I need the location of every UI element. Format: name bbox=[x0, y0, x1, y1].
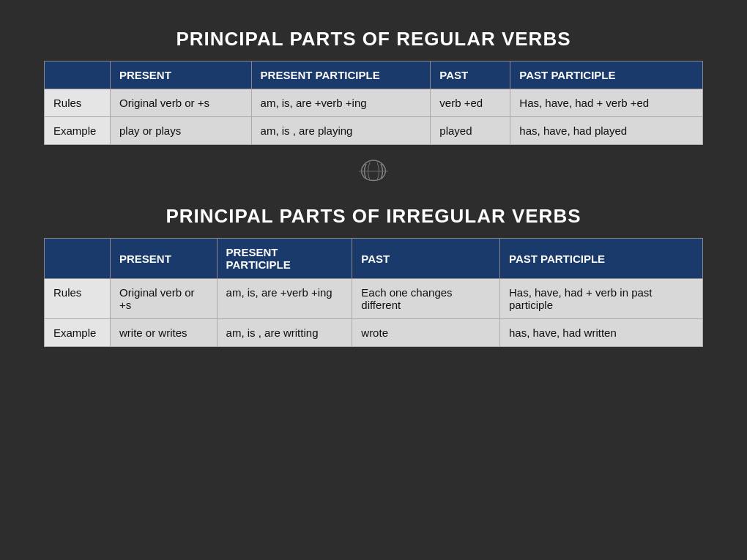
irregular-example-present-participle: am, is , are writting bbox=[217, 319, 352, 347]
regular-col-header-3: PAST bbox=[431, 61, 510, 89]
irregular-example-label: Example bbox=[45, 319, 111, 347]
irregular-col-header-4: PAST PARTICIPLE bbox=[499, 239, 702, 279]
regular-verbs-title: PRINCIPAL PARTS OF REGULAR VERBS bbox=[176, 28, 571, 51]
regular-example-present-participle: am, is , are playing bbox=[251, 117, 431, 145]
regular-col-header-0 bbox=[45, 61, 111, 89]
regular-verbs-table: PRESENT PRESENT PARTICIPLE PAST PAST PAR… bbox=[44, 61, 703, 145]
irregular-rules-row: Rules Original verb or +s am, is, are +v… bbox=[45, 279, 703, 319]
irregular-example-past: wrote bbox=[352, 319, 500, 347]
irregular-col-header-2: PRESENT PARTICIPLE bbox=[217, 239, 352, 279]
regular-example-past: played bbox=[431, 117, 510, 145]
regular-example-label: Example bbox=[45, 117, 111, 145]
regular-col-header-1: PRESENT bbox=[111, 61, 252, 89]
irregular-verbs-table: PRESENT PRESENT PARTICIPLE PAST PAST PAR… bbox=[44, 238, 703, 347]
irregular-col-header-0 bbox=[45, 239, 111, 279]
irregular-rules-label: Rules bbox=[45, 279, 111, 319]
irregular-example-present: write or writes bbox=[111, 319, 218, 347]
regular-example-past-participle: has, have, had played bbox=[510, 117, 703, 145]
regular-example-row: Example play or plays am, is , are playi… bbox=[45, 117, 703, 145]
regular-rules-row: Rules Original verb or +s am, is, are +v… bbox=[45, 89, 703, 117]
irregular-example-past-participle: has, have, had written bbox=[499, 319, 702, 347]
irregular-verbs-title: PRINCIPAL PARTS OF IRREGULAR VERBS bbox=[166, 205, 581, 228]
regular-example-present: play or plays bbox=[111, 117, 252, 145]
irregular-col-header-1: PRESENT bbox=[111, 239, 218, 279]
regular-col-header-4: PAST PARTICIPLE bbox=[510, 61, 703, 89]
regular-rules-label: Rules bbox=[45, 89, 111, 117]
irregular-example-row: Example write or writes am, is , are wri… bbox=[45, 319, 703, 347]
irregular-rules-past: Each one changes different bbox=[352, 279, 500, 319]
regular-col-header-2: PRESENT PARTICIPLE bbox=[251, 61, 431, 89]
irregular-rules-present: Original verb or +s bbox=[111, 279, 218, 319]
irregular-rules-present-participle: am, is, are +verb +ing bbox=[217, 279, 352, 319]
ornament-divider bbox=[344, 157, 403, 190]
irregular-rules-past-participle: Has, have, had + verb in past participle bbox=[499, 279, 702, 319]
regular-rules-present-participle: am, is, are +verb +ing bbox=[251, 89, 431, 117]
regular-rules-past-participle: Has, have, had + verb +ed bbox=[510, 89, 703, 117]
regular-rules-present: Original verb or +s bbox=[111, 89, 252, 117]
regular-rules-past: verb +ed bbox=[431, 89, 510, 117]
irregular-col-header-3: PAST bbox=[352, 239, 500, 279]
